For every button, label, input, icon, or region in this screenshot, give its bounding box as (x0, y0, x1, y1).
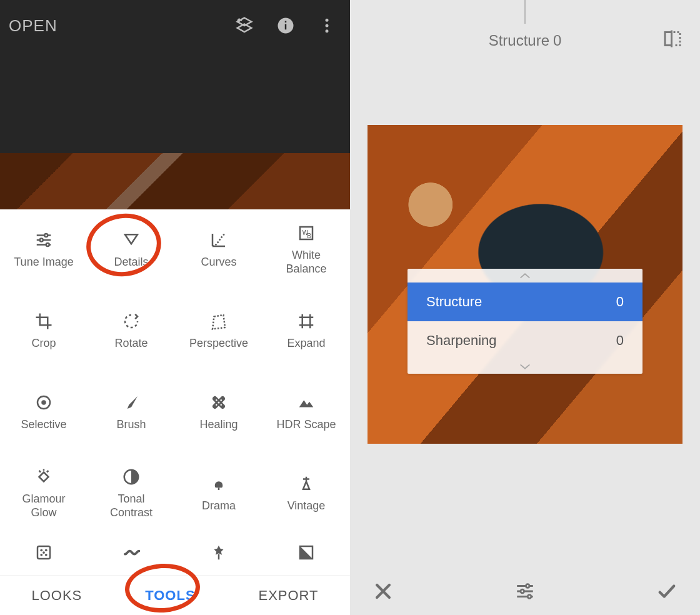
svg-point-25 (45, 549, 48, 551)
tool-tonal-contrast[interactable]: Tonal Contrast (88, 453, 175, 534)
svg-point-28 (42, 551, 45, 554)
tool-label: Rotate (114, 337, 148, 351)
overflow-menu-icon[interactable] (318, 16, 336, 35)
tool-selective[interactable]: Selective (0, 372, 88, 453)
svg-point-20 (221, 399, 222, 401)
tool-label: Selective (21, 418, 66, 432)
value-scale-center-tick (524, 0, 526, 24)
healing-icon (209, 393, 228, 412)
tool-label: Glamour Glow (22, 492, 65, 519)
details-adjust-screen: Structure 0 Structure 0 Sharpening 0 (350, 0, 700, 615)
svg-point-21 (216, 404, 218, 406)
tool-grainy-film[interactable] (0, 534, 88, 572)
svg-point-26 (40, 554, 42, 556)
close-icon[interactable] (372, 581, 394, 602)
tool-tune-image[interactable]: Tune Image (0, 209, 88, 291)
adjustment-name: Structure (489, 32, 549, 49)
perspective-icon (209, 312, 228, 331)
brush-icon (122, 393, 141, 412)
glamour-glow-icon (34, 468, 53, 486)
tool-details[interactable]: Details (88, 209, 175, 291)
editor-dim-backdrop: OPEN (0, 0, 350, 209)
tool-label: Healing (199, 418, 238, 432)
tool-label: Drama (202, 499, 236, 513)
chevron-down-icon (408, 360, 642, 374)
tool-healing[interactable]: Healing (175, 372, 262, 453)
bw-icon (297, 543, 316, 562)
details-icon (122, 231, 141, 249)
edit-stack-icon[interactable] (235, 16, 254, 35)
tool-label: Expand (287, 337, 325, 351)
grunge-icon (209, 543, 228, 562)
tool-retrolux[interactable] (88, 534, 175, 572)
tool-perspective[interactable]: Perspective (175, 291, 262, 372)
tool-label: HDR Scape (276, 418, 336, 432)
check-icon[interactable] (656, 581, 678, 602)
tool-drama[interactable]: Drama (175, 453, 262, 534)
svg-point-3 (326, 19, 329, 22)
svg-point-33 (528, 595, 531, 599)
tool-expand[interactable]: Expand (262, 291, 350, 372)
svg-rect-12 (302, 318, 311, 326)
tab-looks[interactable]: LOOKS (31, 588, 82, 604)
svg-rect-2 (285, 21, 287, 23)
bottom-tab-bar: LOOKS TOOLS EXPORT (0, 575, 350, 615)
info-icon[interactable] (276, 16, 295, 35)
expand-icon (297, 312, 316, 331)
param-row-structure[interactable]: Structure 0 (408, 282, 642, 321)
tab-tools[interactable]: TOOLS (145, 588, 195, 604)
svg-point-5 (326, 29, 329, 32)
svg-point-14 (41, 400, 46, 405)
tool-label: White Balance (286, 249, 326, 276)
chevron-up-icon (408, 269, 642, 282)
svg-point-17 (218, 402, 220, 404)
tool-brush[interactable]: Brush (88, 372, 175, 453)
tool-hdr-scape[interactable]: HDR Scape (262, 372, 350, 453)
photo-preview-strip (0, 153, 350, 209)
editor-top-bar: OPEN (0, 0, 350, 51)
tab-export[interactable]: EXPORT (258, 588, 318, 604)
svg-point-27 (45, 554, 48, 556)
tools-screen: OPEN Tune Imag (0, 0, 350, 615)
tool-label: Tune Image (14, 256, 73, 269)
svg-point-18 (216, 399, 218, 401)
white-balance-icon: WB (297, 224, 316, 242)
tune-icon[interactable] (514, 581, 536, 602)
tool-crop[interactable]: Crop (0, 291, 88, 372)
tool-glamour-glow[interactable]: Glamour Glow (0, 453, 88, 534)
param-name: Sharpening (426, 332, 497, 349)
adjust-bottom-bar (350, 574, 700, 609)
svg-point-7 (40, 239, 43, 242)
tool-curves[interactable]: Curves (175, 209, 262, 291)
tool-label: Curves (201, 256, 236, 269)
svg-point-32 (521, 589, 524, 593)
retrolux-icon (122, 543, 141, 562)
svg-point-6 (44, 234, 48, 237)
param-value: 0 (616, 294, 624, 310)
open-button[interactable]: OPEN (9, 16, 58, 36)
svg-point-19 (221, 404, 222, 406)
grainy-film-icon (34, 543, 53, 562)
tool-bw[interactable] (262, 534, 350, 572)
svg-point-31 (526, 584, 529, 588)
tool-label: Crop (31, 337, 56, 351)
compare-icon[interactable] (661, 28, 684, 50)
curves-icon (209, 231, 228, 249)
tool-rotate[interactable]: Rotate (88, 291, 175, 372)
tool-vintage[interactable]: Vintage (262, 453, 350, 534)
drama-icon (209, 474, 228, 493)
tool-grunge[interactable] (175, 534, 262, 572)
param-row-sharpening[interactable]: Sharpening 0 (408, 321, 642, 360)
svg-text:B: B (307, 232, 311, 239)
tool-label: Brush (116, 418, 146, 432)
rotate-icon (122, 312, 141, 331)
param-value: 0 (616, 332, 624, 349)
tool-white-balance[interactable]: WB White Balance (262, 209, 350, 291)
tools-panel: Tune Image Details Curves WB White Balan… (0, 209, 350, 575)
svg-point-4 (326, 24, 329, 28)
tool-label: Vintage (288, 499, 326, 513)
svg-point-8 (46, 243, 49, 246)
parameter-picker[interactable]: Structure 0 Sharpening 0 (408, 269, 642, 374)
tonal-contrast-icon (122, 468, 141, 486)
param-name: Structure (426, 294, 482, 310)
